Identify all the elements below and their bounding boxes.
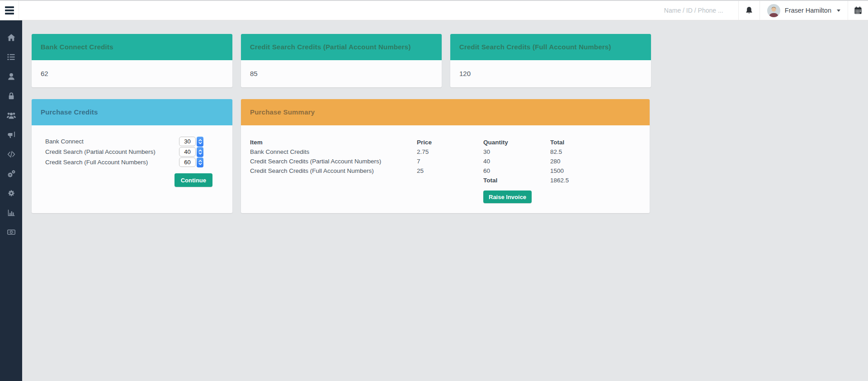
- users-icon: [6, 111, 16, 120]
- table-total-row: Total 1862.5: [250, 176, 641, 185]
- up-down-chevrons-icon: [198, 149, 203, 155]
- price-cell: 7: [417, 157, 483, 166]
- sidebar-toggle-button[interactable]: [0, 1, 19, 20]
- credit-search-partial-card: Credit Search Credits (Partial Account N…: [241, 34, 442, 87]
- hamburger-menu-icon[interactable]: [5, 6, 14, 14]
- stepper-buttons[interactable]: [197, 137, 203, 147]
- quantity-cell: 30: [483, 147, 550, 157]
- form-row: Bank Connect: [45, 136, 219, 147]
- search-area: [664, 1, 738, 20]
- main-content: Bank Connect Credits 62 Credit Search Cr…: [22, 20, 868, 381]
- sidebar-item-code[interactable]: [0, 144, 22, 164]
- total-cell: 280: [550, 157, 641, 166]
- credit-search-full-quantity-stepper: [179, 157, 203, 167]
- sidebar-item-lock[interactable]: [0, 86, 22, 105]
- form-row: Credit Search (Full Account Numbers): [45, 157, 219, 167]
- purchase-credits-body: Bank Connect Credit Search: [32, 125, 232, 194]
- purchase-summary-table: Item Price Quantity Total Bank Connect C…: [250, 138, 641, 185]
- home-icon: [7, 33, 16, 42]
- calendar-button[interactable]: [848, 1, 868, 20]
- quantity-input[interactable]: [179, 157, 196, 167]
- sidebar-item-list[interactable]: [0, 47, 22, 67]
- bell-icon: [745, 6, 754, 15]
- table-row: Credit Search Credits (Partial Account N…: [250, 157, 641, 166]
- total-label: Total: [483, 176, 550, 185]
- search-input[interactable]: [664, 7, 732, 14]
- item-cell: Credit Search Credits (Full Account Numb…: [250, 166, 417, 176]
- quantity-cell: 40: [483, 157, 550, 166]
- field-label: Credit Search (Full Account Numbers): [45, 159, 179, 166]
- card-title: Credit Search Credits (Full Account Numb…: [450, 34, 651, 60]
- up-down-chevrons-icon: [198, 159, 203, 166]
- bullhorn-icon: [7, 130, 16, 139]
- sidebar-item-billing[interactable]: [0, 222, 22, 242]
- table-row: Credit Search Credits (Full Account Numb…: [250, 166, 641, 176]
- price-cell: 2.75: [417, 147, 483, 157]
- card-value: 62: [32, 60, 232, 87]
- purchase-credits-actions: Continue: [45, 173, 219, 187]
- raise-invoice-button[interactable]: Raise Invoice: [483, 190, 532, 203]
- code-icon: [7, 150, 16, 159]
- calendar-icon: [854, 6, 863, 15]
- top-bar: Fraser Hamilton: [0, 0, 868, 20]
- sidebar-item-reports[interactable]: [0, 203, 22, 222]
- quantity-input[interactable]: [179, 147, 196, 157]
- cogs-icon: [7, 169, 16, 178]
- column-header: Quantity: [483, 138, 550, 147]
- sidebar-item-user[interactable]: [0, 67, 22, 86]
- credit-search-full-card: Credit Search Credits (Full Account Numb…: [450, 34, 651, 87]
- notifications-button[interactable]: [738, 1, 760, 20]
- sidebar-item-users[interactable]: [0, 105, 22, 125]
- lock-icon: [7, 91, 16, 100]
- sidebar-item-announcements[interactable]: [0, 125, 22, 144]
- quantity-cell: 60: [483, 166, 550, 176]
- column-header: Price: [417, 138, 483, 147]
- card-title: Purchase Credits: [32, 99, 232, 125]
- user-name: Fraser Hamilton: [785, 7, 831, 14]
- quantity-input[interactable]: [179, 137, 196, 146]
- continue-button[interactable]: Continue: [175, 173, 212, 187]
- sidebar-nav: [0, 20, 22, 381]
- user-menu[interactable]: Fraser Hamilton: [760, 1, 848, 20]
- list-icon: [7, 52, 16, 62]
- stat-cards-row: Bank Connect Credits 62 Credit Search Cr…: [32, 34, 868, 87]
- form-row: Credit Search (Partial Account Numbers): [45, 147, 219, 157]
- bank-connect-quantity-stepper: [179, 137, 203, 147]
- bar-chart-icon: [7, 208, 16, 217]
- card-title: Credit Search Credits (Partial Account N…: [241, 34, 442, 60]
- card-value: 85: [241, 60, 442, 87]
- topbar-spacer: [19, 1, 664, 20]
- user-icon: [7, 72, 16, 81]
- stepper-buttons[interactable]: [197, 147, 203, 157]
- sidebar-item-settings[interactable]: [0, 183, 22, 203]
- stepper-buttons[interactable]: [197, 157, 203, 167]
- total-cell: 82.5: [550, 147, 641, 157]
- card-title: Bank Connect Credits: [32, 34, 232, 60]
- avatar: [767, 4, 780, 17]
- caret-down-icon: [837, 10, 840, 12]
- sidebar-item-home[interactable]: [0, 28, 22, 47]
- field-label: Bank Connect: [45, 138, 179, 145]
- purchase-row: Purchase Credits Bank Connect: [32, 99, 868, 213]
- column-header: Item: [250, 138, 417, 147]
- bank-connect-credits-card: Bank Connect Credits 62: [32, 34, 232, 87]
- field-label: Credit Search (Partial Account Numbers): [45, 148, 179, 155]
- purchase-summary-actions: Raise Invoice: [250, 190, 641, 203]
- price-cell: 25: [417, 166, 483, 176]
- total-cell: 1500: [550, 166, 641, 176]
- purchase-summary-card: Purchase Summary Item Price Quantity Tot…: [241, 99, 650, 213]
- money-icon: [7, 228, 16, 237]
- purchase-summary-body: Item Price Quantity Total Bank Connect C…: [241, 125, 650, 213]
- up-down-chevrons-icon: [198, 138, 203, 145]
- total-value: 1862.5: [550, 176, 641, 185]
- cog-icon: [7, 189, 16, 198]
- table-row: Bank Connect Credits 2.75 30 82.5: [250, 147, 641, 157]
- item-cell: Credit Search Credits (Partial Account N…: [250, 157, 417, 166]
- card-value: 120: [450, 60, 651, 87]
- purchase-credits-card: Purchase Credits Bank Connect: [32, 99, 232, 213]
- item-cell: Bank Connect Credits: [250, 147, 417, 157]
- table-header-row: Item Price Quantity Total: [250, 138, 641, 147]
- column-header: Total: [550, 138, 641, 147]
- credit-search-partial-quantity-stepper: [179, 147, 203, 157]
- sidebar-item-services[interactable]: [0, 164, 22, 183]
